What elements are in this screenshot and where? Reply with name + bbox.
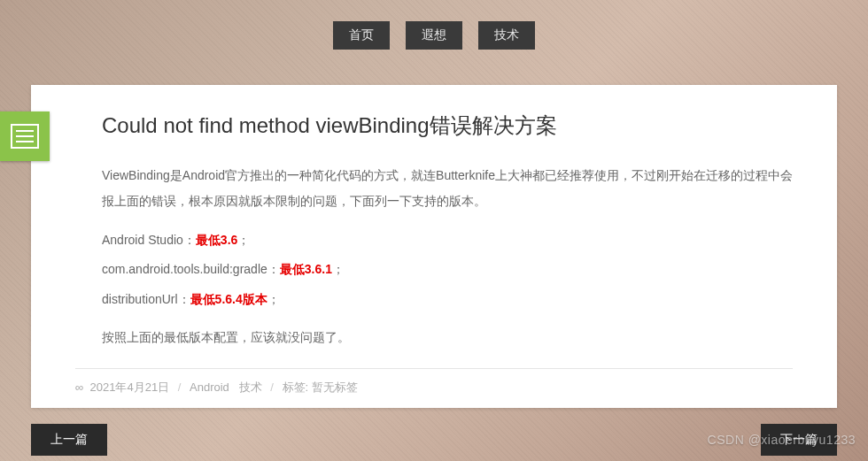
nav-thoughts[interactable]: 遐想 [406,21,462,50]
article-outro: 按照上面的最低版本配置，应该就没问题了。 [102,325,793,350]
meta-separator: / [178,380,182,394]
meta-category[interactable]: Android [190,380,229,394]
req-label: distributionUrl： [102,292,190,306]
req-tail: ； [267,292,280,306]
article-meta: ∞ 2021年4月21日 / Android 技术 / 标签: 暂无标签 [75,368,793,408]
req-label: com.android.tools.build:gradle： [102,262,280,276]
req-tail: ； [332,262,345,276]
article-card: Could not find method viewBinding错误解决方案 … [31,85,837,408]
meta-date: 2021年4月21日 [90,380,170,394]
meta-tags-value: 暂无标签 [312,380,358,394]
req-value: 最低3.6.1 [280,262,332,276]
req-value: 最低3.6 [196,233,237,247]
meta-category[interactable]: 技术 [239,380,262,394]
meta-tags-label: 标签: [283,380,309,394]
requirement-line: com.android.tools.build:gradle：最低3.6.1； [102,257,793,282]
article-body: ViewBinding是Android官方推出的一种简化代码的方式，就连Butt… [102,163,793,350]
article-intro: ViewBinding是Android官方推出的一种简化代码的方式，就连Butt… [102,163,793,215]
article-title: Could not find method viewBinding错误解决方案 [102,111,793,140]
requirement-line: distributionUrl：最低5.6.4版本； [102,287,793,312]
watermark: CSDN @xiaoerbuyu1233 [708,433,856,447]
req-label: Android Studio： [102,233,196,247]
nav-tech[interactable]: 技术 [478,21,535,50]
meta-separator: / [270,380,274,394]
permalink-icon[interactable]: ∞ [75,380,83,394]
requirement-line: Android Studio：最低3.6； [102,227,793,253]
prev-post-button[interactable]: 上一篇 [31,424,107,456]
top-nav: 首页 遐想 技术 [0,0,868,50]
nav-home[interactable]: 首页 [333,21,390,50]
req-tail: ； [237,233,250,247]
list-icon [0,111,50,161]
req-value: 最低5.6.4版本 [190,292,267,306]
